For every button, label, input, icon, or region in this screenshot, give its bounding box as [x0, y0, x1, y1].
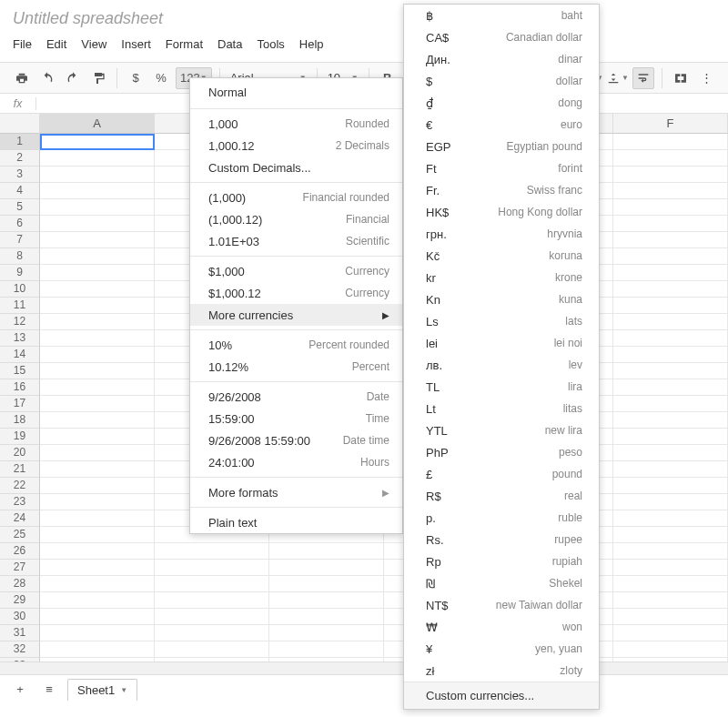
- cell[interactable]: [613, 314, 728, 330]
- cell[interactable]: [613, 330, 728, 347]
- currency-item[interactable]: ₩won: [404, 616, 599, 638]
- menu-item[interactable]: 10.12%Percent: [190, 356, 402, 378]
- cell[interactable]: [40, 199, 155, 216]
- cell[interactable]: [40, 298, 155, 314]
- row-header[interactable]: 22: [0, 478, 40, 494]
- cell[interactable]: [613, 461, 728, 478]
- cell[interactable]: [40, 576, 155, 592]
- row-header[interactable]: 2: [0, 150, 40, 167]
- row-header[interactable]: 18: [0, 412, 40, 429]
- cell[interactable]: [613, 543, 728, 560]
- cell[interactable]: [613, 429, 728, 445]
- cell[interactable]: [155, 592, 269, 609]
- cell[interactable]: [613, 199, 728, 216]
- currency-item[interactable]: Ltlitas: [404, 398, 599, 419]
- cell[interactable]: [613, 510, 728, 527]
- cell[interactable]: [613, 592, 728, 609]
- currency-item[interactable]: Lslats: [404, 310, 599, 332]
- currency-item[interactable]: £pound: [404, 463, 599, 485]
- row-header[interactable]: 6: [0, 216, 40, 232]
- row-header[interactable]: 14: [0, 347, 40, 363]
- cell[interactable]: [40, 429, 155, 445]
- cell[interactable]: [40, 494, 155, 510]
- cell[interactable]: [613, 167, 728, 183]
- cell[interactable]: [40, 445, 155, 461]
- cell[interactable]: [40, 134, 155, 150]
- row-header[interactable]: 15: [0, 363, 40, 379]
- currency-item[interactable]: Knkuna: [404, 288, 599, 310]
- row-header[interactable]: 26: [0, 543, 40, 560]
- cell[interactable]: [40, 560, 155, 576]
- row-header[interactable]: 4: [0, 183, 40, 199]
- cell[interactable]: [613, 658, 728, 661]
- row-header[interactable]: 12: [0, 314, 40, 330]
- horizontal-scrollbar[interactable]: [0, 661, 728, 674]
- cell[interactable]: [613, 412, 728, 429]
- percent-button[interactable]: %: [150, 67, 172, 89]
- currency-item[interactable]: ฿baht: [404, 5, 599, 26]
- menu-item-more-currencies[interactable]: More currencies ▶: [190, 304, 402, 326]
- row-header[interactable]: 7: [0, 232, 40, 248]
- cell[interactable]: [40, 510, 155, 527]
- cell[interactable]: [269, 641, 384, 658]
- cell[interactable]: [40, 281, 155, 298]
- row-header[interactable]: 13: [0, 330, 40, 347]
- menu-file[interactable]: File: [13, 37, 32, 51]
- menu-item-plain-text[interactable]: Plain text: [190, 511, 402, 533]
- menu-item-custom-currencies[interactable]: Custom currencies...: [404, 682, 599, 709]
- cell[interactable]: [40, 625, 155, 641]
- currency-item[interactable]: EGPEgyptian pound: [404, 136, 599, 157]
- row-header[interactable]: 24: [0, 510, 40, 527]
- cell[interactable]: [155, 641, 269, 658]
- row-header[interactable]: 23: [0, 494, 40, 510]
- currency-item[interactable]: Fr.Swiss franc: [404, 179, 599, 201]
- cell[interactable]: [613, 445, 728, 461]
- cell[interactable]: [155, 625, 269, 641]
- cell[interactable]: [613, 396, 728, 412]
- cell[interactable]: [269, 658, 384, 661]
- currency-item[interactable]: PhPpeso: [404, 441, 599, 463]
- row-header[interactable]: 19: [0, 429, 40, 445]
- cell[interactable]: [269, 560, 384, 576]
- print-icon[interactable]: [11, 67, 33, 89]
- wrap-button[interactable]: [632, 67, 654, 89]
- currency-item[interactable]: leilei noi: [404, 332, 599, 354]
- cell[interactable]: [40, 609, 155, 625]
- cell[interactable]: [155, 543, 269, 560]
- currency-item[interactable]: NT$new Taiwan dollar: [404, 594, 599, 616]
- cell[interactable]: [269, 576, 384, 592]
- row-header[interactable]: 11: [0, 298, 40, 314]
- add-sheet-button[interactable]: +: [9, 679, 31, 701]
- row-header[interactable]: 9: [0, 265, 40, 281]
- all-sheets-button[interactable]: ≡: [38, 679, 60, 701]
- doc-title[interactable]: Untitled spreadsheet: [13, 9, 715, 28]
- row-header[interactable]: 29: [0, 592, 40, 609]
- row-header[interactable]: 5: [0, 199, 40, 216]
- cell[interactable]: [40, 330, 155, 347]
- cell[interactable]: [40, 592, 155, 609]
- cell[interactable]: [613, 298, 728, 314]
- cell[interactable]: [155, 658, 269, 661]
- currency-item[interactable]: krkrone: [404, 267, 599, 288]
- cell[interactable]: [613, 265, 728, 281]
- cell[interactable]: [613, 576, 728, 592]
- currency-item[interactable]: Дин.dinar: [404, 48, 599, 70]
- cell[interactable]: [40, 658, 155, 661]
- cell[interactable]: [613, 478, 728, 494]
- cell[interactable]: [40, 265, 155, 281]
- currency-item[interactable]: ₫dong: [404, 92, 599, 114]
- cell[interactable]: [40, 150, 155, 167]
- cell[interactable]: [613, 379, 728, 396]
- menu-insert[interactable]: Insert: [121, 37, 151, 51]
- cell[interactable]: [613, 625, 728, 641]
- cell[interactable]: [613, 527, 728, 543]
- cell[interactable]: [40, 363, 155, 379]
- cell[interactable]: [40, 543, 155, 560]
- row-header[interactable]: 31: [0, 625, 40, 641]
- valign-button[interactable]: ▼: [607, 67, 629, 89]
- select-all-corner[interactable]: [0, 114, 40, 134]
- cell[interactable]: [40, 216, 155, 232]
- cell[interactable]: [40, 183, 155, 199]
- currency-item[interactable]: Kčkoruna: [404, 245, 599, 267]
- row-header[interactable]: 3: [0, 167, 40, 183]
